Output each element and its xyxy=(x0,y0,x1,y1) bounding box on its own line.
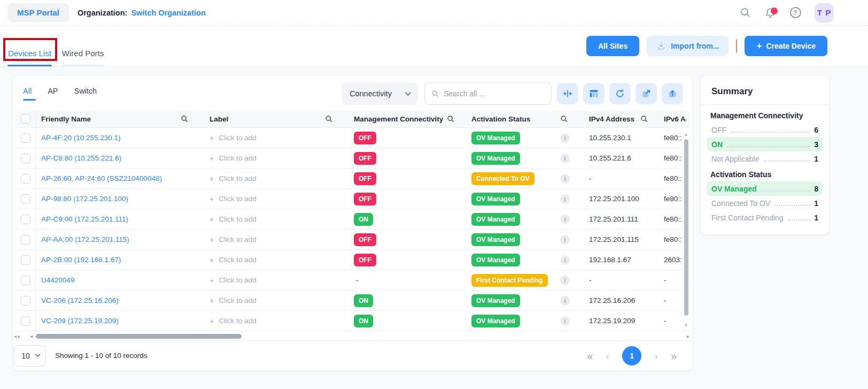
connectivity-badge: ON xyxy=(354,315,373,327)
label-click-to-add[interactable]: + Click to add xyxy=(204,296,348,305)
table-row: AP-C8:80 (10.255.221.6) + Click to add O… xyxy=(16,148,689,169)
refresh-icon xyxy=(615,88,625,99)
create-device-button[interactable]: + Create Device xyxy=(745,36,827,56)
connectivity-badge: - xyxy=(354,274,359,287)
device-name-link[interactable]: AP-2B:00 (192.168.1.67) xyxy=(41,256,121,264)
info-icon[interactable]: i xyxy=(560,316,570,326)
next-page-button[interactable]: › xyxy=(654,350,658,361)
activation-badge: Connected To OV xyxy=(471,172,534,185)
summary-item: Connected To OV 1 xyxy=(707,196,823,210)
info-icon[interactable]: i xyxy=(560,255,570,265)
scroll-right-icon[interactable]: ▸ xyxy=(687,333,689,339)
label-click-to-add[interactable]: + Click to add xyxy=(204,174,348,183)
summary-section-heading: Management Connectivity xyxy=(710,111,819,120)
row-checkbox[interactable] xyxy=(21,255,30,265)
previous-page-button[interactable]: ‹ xyxy=(606,350,610,361)
all-sites-button[interactable]: All Sites xyxy=(586,36,639,56)
summary-section-heading: Activation Status xyxy=(710,170,819,179)
column-search-icon[interactable] xyxy=(325,115,332,123)
column-search-icon[interactable] xyxy=(447,115,454,123)
download-icon xyxy=(656,41,666,51)
current-page-button[interactable]: 1 xyxy=(622,346,641,365)
page-size-select[interactable]: 10 xyxy=(14,345,46,367)
scroll-up-icon[interactable]: ▲ xyxy=(684,132,688,137)
device-name-link[interactable]: VC-206 (172.25.16.206) xyxy=(41,296,119,304)
column-search-icon[interactable] xyxy=(560,115,568,123)
import-from-button[interactable]: Import from... xyxy=(647,36,728,56)
info-icon[interactable]: i xyxy=(560,194,570,204)
label-click-to-add[interactable]: + Click to add xyxy=(204,154,348,163)
search-all-box[interactable] xyxy=(424,82,552,105)
label-click-to-add[interactable]: + Click to add xyxy=(204,235,348,244)
avatar[interactable]: T P xyxy=(815,3,834,22)
row-checkbox[interactable] xyxy=(21,235,30,245)
column-search-icon[interactable] xyxy=(640,115,648,123)
msp-portal-button[interactable]: MSP Portal xyxy=(7,3,69,22)
row-checkbox[interactable] xyxy=(21,276,30,285)
label-click-to-add[interactable]: + Click to add xyxy=(204,317,348,325)
info-icon[interactable]: i xyxy=(560,276,570,285)
row-checkbox[interactable] xyxy=(21,215,30,224)
frozen-column-scroll[interactable]: ◂▸ xyxy=(14,333,30,339)
horizontal-scroll-thumb[interactable] xyxy=(36,334,242,339)
help-icon[interactable]: ? xyxy=(789,7,801,19)
columns-settings-button[interactable] xyxy=(583,83,604,104)
label-placeholder: Click to add xyxy=(219,134,257,142)
vertical-scrollbar[interactable]: ▲ ▼ xyxy=(683,132,689,328)
summary-item-count: 1 xyxy=(814,155,818,163)
horizontal-scrollbar[interactable] xyxy=(33,334,687,339)
device-name-link[interactable]: AP-98:80 (172.25.201.100) xyxy=(41,195,128,203)
search-icon[interactable] xyxy=(739,7,751,19)
label-click-to-add[interactable]: + Click to add xyxy=(204,276,348,285)
label-click-to-add[interactable]: + Click to add xyxy=(204,134,348,142)
connectivity-badge: OFF xyxy=(354,152,376,165)
tab-devices-list[interactable]: Devices List xyxy=(7,49,52,66)
row-checkbox[interactable] xyxy=(21,154,30,163)
device-name-link[interactable]: AP-AA:00 (172.25.201.115) xyxy=(41,235,129,243)
row-checkbox[interactable] xyxy=(21,316,30,326)
device-name-link[interactable]: AP-C9:00 (172.25.201.111) xyxy=(41,215,128,223)
last-page-button[interactable]: » xyxy=(671,350,677,361)
device-name-link[interactable]: AP-4F:20 (10.255.230.1) xyxy=(41,134,121,142)
summary-item-count: 3 xyxy=(814,140,818,149)
info-icon[interactable]: i xyxy=(560,215,570,224)
activation-badge: OV Managed xyxy=(471,315,520,327)
label-click-to-add[interactable]: + Click to add xyxy=(204,256,348,264)
type-tab-all[interactable]: All xyxy=(23,87,32,104)
info-icon[interactable]: i xyxy=(560,133,570,143)
column-search-icon[interactable] xyxy=(181,115,188,123)
connectivity-dropdown[interactable]: Connectivity xyxy=(342,82,417,105)
info-icon[interactable]: i xyxy=(560,174,570,184)
info-icon[interactable]: i xyxy=(560,154,570,163)
notifications-bell-icon[interactable] xyxy=(764,7,776,19)
label-click-to-add[interactable]: + Click to add xyxy=(204,215,348,224)
activation-badge: OV Managed xyxy=(471,254,520,266)
row-checkbox[interactable] xyxy=(21,174,30,184)
device-name-link[interactable]: U4420049 xyxy=(41,276,74,284)
upload-icon xyxy=(667,88,678,99)
refresh-button[interactable] xyxy=(609,83,631,104)
organization-name-link[interactable]: Switch Organization xyxy=(131,9,205,17)
collapse-columns-button[interactable] xyxy=(557,83,578,104)
scroll-down-icon[interactable]: ▼ xyxy=(684,323,688,328)
type-tab-ap[interactable]: AP xyxy=(48,87,58,104)
tab-wired-ports[interactable]: Wired Ports xyxy=(61,49,104,66)
info-icon[interactable]: i xyxy=(560,235,570,245)
row-checkbox[interactable] xyxy=(21,133,30,143)
row-checkbox[interactable] xyxy=(21,194,30,204)
info-icon[interactable]: i xyxy=(560,296,570,306)
upload-button[interactable] xyxy=(662,83,683,104)
device-name-link[interactable]: AP-26:60, AP-24:60 (SSZ210400048) xyxy=(41,174,162,182)
label-click-to-add[interactable]: + Click to add xyxy=(204,195,348,203)
dotted-leader xyxy=(731,132,810,133)
toolbar: Devices List Wired Ports All Sites Impor… xyxy=(0,26,868,67)
expand-button[interactable] xyxy=(636,83,657,104)
device-name-link[interactable]: VC-209 (172.25.19.209) xyxy=(41,317,119,325)
row-checkbox[interactable] xyxy=(21,296,30,306)
first-page-button[interactable]: « xyxy=(587,350,593,361)
search-input[interactable] xyxy=(444,89,545,98)
device-name-link[interactable]: AP-C8:80 (10.255.221.6) xyxy=(41,154,121,162)
vertical-scroll-thumb[interactable] xyxy=(684,139,688,316)
select-all-checkbox[interactable] xyxy=(21,114,30,124)
type-tab-switch[interactable]: Switch xyxy=(74,87,97,104)
